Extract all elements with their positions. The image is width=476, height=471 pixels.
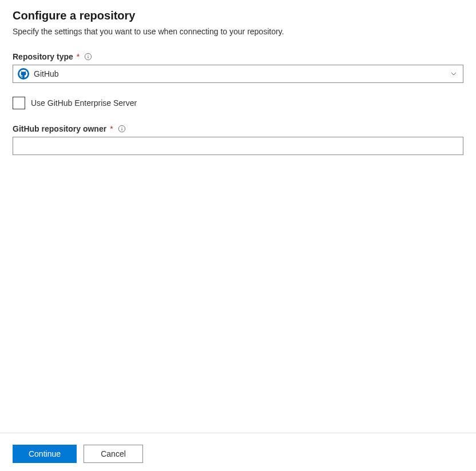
github-icon	[18, 68, 29, 80]
info-icon[interactable]	[84, 53, 92, 61]
field-repository-type: Repository type * GitHub	[13, 52, 463, 83]
use-enterprise-label[interactable]: Use GitHub Enterprise Server	[31, 98, 137, 108]
repository-type-value: GitHub	[34, 69, 445, 78]
continue-button[interactable]: Continue	[13, 445, 77, 463]
form-content: Configure a repository Specify the setti…	[0, 0, 476, 155]
svg-point-1	[88, 55, 89, 56]
chevron-down-icon	[450, 70, 457, 77]
repository-type-dropdown[interactable]: GitHub	[13, 65, 463, 83]
repository-owner-label: GitHub repository owner	[13, 124, 106, 133]
repository-owner-label-row: GitHub repository owner *	[13, 124, 463, 133]
use-enterprise-row: Use GitHub Enterprise Server	[13, 97, 463, 109]
required-indicator: *	[110, 124, 113, 133]
field-repository-owner: GitHub repository owner *	[13, 124, 463, 155]
info-icon[interactable]	[118, 125, 126, 133]
cancel-button[interactable]: Cancel	[84, 445, 143, 463]
page-subtitle: Specify the settings that you want to us…	[13, 27, 463, 36]
footer-actions: Continue Cancel	[0, 433, 476, 471]
required-indicator: *	[77, 52, 80, 61]
repository-owner-input[interactable]	[13, 137, 463, 155]
page-title: Configure a repository	[13, 9, 463, 22]
repository-type-label-row: Repository type *	[13, 52, 463, 61]
repository-type-label: Repository type	[13, 52, 73, 61]
svg-point-5	[121, 127, 122, 128]
use-enterprise-checkbox[interactable]	[13, 97, 25, 109]
